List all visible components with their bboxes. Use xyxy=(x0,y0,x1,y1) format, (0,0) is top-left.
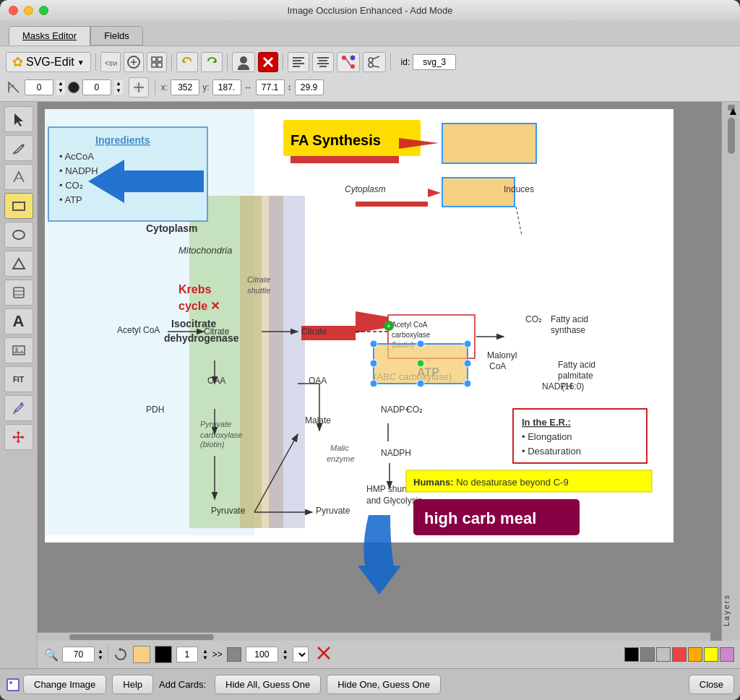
angle-down[interactable]: ▼ xyxy=(56,87,65,95)
left-toolbar: A FIT xyxy=(0,102,38,668)
redo-button[interactable] xyxy=(201,52,223,72)
align-left-button[interactable] xyxy=(288,52,309,72)
delete-button[interactable] xyxy=(258,52,278,72)
change-image-area: Change Image xyxy=(6,675,106,694)
help-button[interactable]: Help xyxy=(112,675,153,694)
tab-masks-editor[interactable]: Masks Editor xyxy=(9,26,90,46)
svg-rect-6 xyxy=(152,63,156,67)
flower-icon: ✿ xyxy=(12,54,23,70)
select-tool-button[interactable] xyxy=(4,106,33,132)
opacity-up[interactable]: ▲ xyxy=(114,80,123,87)
height-input[interactable] xyxy=(295,79,324,95)
y-label: y: xyxy=(202,82,209,92)
hide-all-button[interactable]: Hide All, Guess One xyxy=(215,675,321,694)
scissors-button[interactable] xyxy=(363,52,386,72)
minimize-button[interactable] xyxy=(24,6,33,15)
pen-tool-button[interactable] xyxy=(4,164,33,190)
v-scroll-thumb[interactable] xyxy=(728,118,735,154)
palette-black[interactable] xyxy=(624,647,639,662)
width-input[interactable] xyxy=(256,79,285,95)
close-button[interactable] xyxy=(9,6,18,15)
text-tool-button[interactable]: A xyxy=(4,308,33,334)
palette-lightgray[interactable] xyxy=(656,647,671,662)
zoom-up[interactable]: ▲ xyxy=(98,648,103,654)
user-button[interactable] xyxy=(232,52,255,72)
align-center-button[interactable] xyxy=(312,52,334,72)
rotate-button[interactable] xyxy=(113,647,129,662)
palette-orange[interactable] xyxy=(688,647,702,662)
cylinder-icon xyxy=(12,285,26,300)
close-button[interactable]: Close xyxy=(689,675,734,694)
scroll-up-button[interactable]: ▲ xyxy=(728,105,735,111)
svg-marker-41 xyxy=(13,350,25,353)
transform-button[interactable] xyxy=(129,77,149,98)
opacity-percent-input[interactable] xyxy=(246,647,278,662)
ellipse-tool-button[interactable] xyxy=(4,222,33,248)
stroke-color-swatch[interactable] xyxy=(155,646,172,663)
stroke-down[interactable]: ▼ xyxy=(202,654,208,661)
undo-button[interactable] xyxy=(176,52,198,72)
color-picker[interactable] xyxy=(68,82,79,93)
svg-text:Pyruvate: Pyruvate xyxy=(316,506,350,516)
rotate-icon xyxy=(113,647,129,662)
svg-edit-label: SVG-Edit xyxy=(26,56,74,69)
palette-red[interactable] xyxy=(672,647,687,662)
palette-yellow[interactable] xyxy=(704,647,718,662)
pen-icon xyxy=(12,170,26,184)
svg-text:<svg>: <svg> xyxy=(105,59,117,67)
change-image-button[interactable]: Change Image xyxy=(23,675,106,694)
eyedropper-icon xyxy=(12,401,26,415)
cylinder-tool-button[interactable] xyxy=(4,280,33,306)
svg-point-43 xyxy=(20,402,23,405)
rect-tool-button[interactable] xyxy=(4,193,33,219)
angle-up[interactable]: ▲ xyxy=(56,80,65,87)
zoom-down[interactable]: ▼ xyxy=(98,654,103,661)
fit-tool-button[interactable]: FIT xyxy=(4,366,33,392)
palette-pink[interactable] xyxy=(720,647,734,662)
hide-one-button[interactable]: Hide One, Guess One xyxy=(327,675,441,694)
y-input[interactable] xyxy=(212,79,241,95)
add-cards-label: Add Cards: xyxy=(159,679,206,690)
maximize-button[interactable] xyxy=(39,6,48,15)
zoom-icon[interactable]: 🔍 xyxy=(43,647,59,662)
h-scroll-thumb[interactable] xyxy=(69,634,214,640)
svg-line-27 xyxy=(372,66,379,67)
svg-text:NADPH: NADPH xyxy=(381,448,411,458)
triangle-tool-button[interactable] xyxy=(4,251,33,277)
shape-select-button[interactable] xyxy=(124,52,144,72)
clear-color-button[interactable] xyxy=(316,645,332,664)
user-icon xyxy=(236,54,251,70)
palette-gray[interactable] xyxy=(640,647,655,662)
opacity-up-ctrl[interactable]: ▲ xyxy=(283,648,288,654)
arrow-indicator: >> xyxy=(212,649,223,660)
opacity-down-ctrl[interactable]: ▼ xyxy=(283,654,288,661)
eyedropper-tool-button[interactable] xyxy=(4,395,33,421)
path-tool-button[interactable] xyxy=(337,52,360,72)
move-tool-button[interactable] xyxy=(4,424,33,450)
dropdown-arrow-icon: ▼ xyxy=(77,59,85,66)
blend-mode-select[interactable] xyxy=(293,647,309,662)
stroke-width-input[interactable] xyxy=(176,647,198,662)
stroke-up[interactable]: ▲ xyxy=(202,648,208,654)
grid-button[interactable] xyxy=(147,52,167,72)
svg-rect-4 xyxy=(152,57,156,61)
opacity-input[interactable] xyxy=(82,79,111,95)
canvas-area[interactable]: Ingredients • AcCoA • NADPH • CO₂ • ATP … xyxy=(38,102,721,641)
svg-edit-button[interactable]: ✿ SVG-Edit ▼ xyxy=(6,52,91,72)
h-scrollbar[interactable] xyxy=(38,632,710,641)
id-input[interactable] xyxy=(413,54,456,70)
svg-icon-button[interactable]: <svg> xyxy=(100,52,121,72)
x-input[interactable] xyxy=(171,79,199,95)
pencil-tool-button[interactable] xyxy=(4,135,33,161)
fill-color-swatch[interactable] xyxy=(133,646,150,663)
svg-point-119 xyxy=(417,340,424,347)
opacity-down[interactable]: ▼ xyxy=(114,87,123,95)
zoom-input[interactable] xyxy=(62,647,95,662)
tab-fields[interactable]: Fields xyxy=(90,26,143,46)
opacity-preview[interactable] xyxy=(227,647,241,662)
image-tool-button[interactable] xyxy=(4,337,33,363)
angle-input[interactable] xyxy=(25,79,53,95)
redo-icon xyxy=(205,55,219,69)
svg-text:Citrate: Citrate xyxy=(301,327,327,337)
triangle-icon xyxy=(12,256,26,271)
